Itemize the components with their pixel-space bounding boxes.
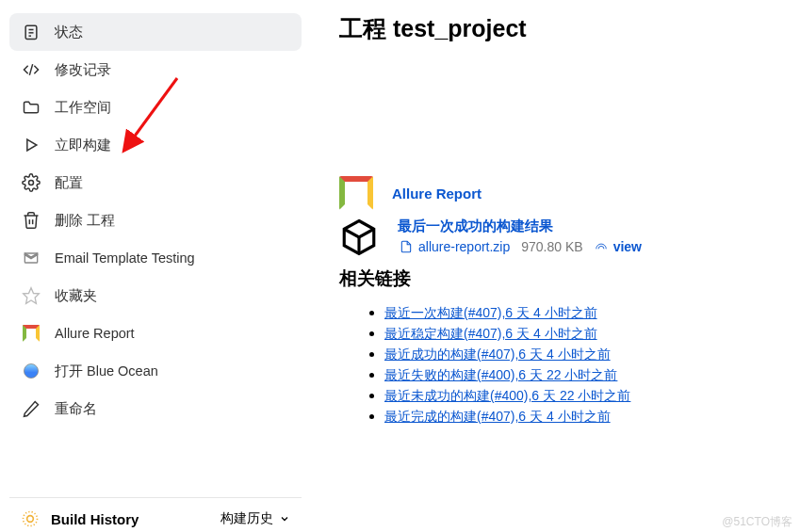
- view-link[interactable]: view: [595, 239, 642, 254]
- play-icon: [21, 135, 41, 155]
- build-history-toggle[interactable]: 构建历史: [220, 510, 290, 527]
- last-successful-build-link[interactable]: 最后一次成功的构建结果: [398, 218, 642, 235]
- nav-changes[interactable]: 修改记录: [9, 51, 302, 89]
- sidebar: 状态 修改记录 工作空间 立即构建 配置 删除 工程 Email Templat…: [0, 0, 311, 532]
- star-icon: [21, 285, 41, 306]
- nav-delete[interactable]: 删除 工程: [9, 202, 302, 239]
- cube-icon: [339, 218, 379, 257]
- blue-ocean-icon: [21, 361, 41, 381]
- link-failed-build[interactable]: 最近失败的构建(#400),6 天 22 小时之前: [384, 367, 617, 382]
- svg-point-6: [29, 181, 34, 185]
- page-title: 工程 test_project: [339, 13, 781, 44]
- nav-label: 立即构建: [55, 137, 111, 154]
- nav-label: 重命名: [55, 400, 97, 418]
- sun-icon: [21, 509, 40, 528]
- artifact-block: 最后一次成功的构建结果 allure-report.zip 970.80 KB …: [339, 218, 781, 257]
- nav-workspace[interactable]: 工作空间: [9, 89, 302, 126]
- nav-rename[interactable]: 重命名: [9, 390, 302, 427]
- related-links-list: 最近一次构建(#407),6 天 4 小时之前 最近稳定构建(#407),6 天…: [339, 304, 781, 426]
- nav-label: 工作空间: [55, 99, 111, 117]
- build-history-label: Build History: [51, 511, 209, 527]
- link-completed-build[interactable]: 最近完成的构建(#407),6 天 4 小时之前: [384, 409, 611, 424]
- nav-label: Email Template Testing: [55, 250, 195, 266]
- clipboard-icon: [21, 22, 41, 42]
- folder-icon: [21, 97, 41, 118]
- fingerprint-icon: [595, 240, 608, 253]
- related-links-heading: 相关链接: [339, 266, 781, 291]
- svg-point-11: [24, 512, 38, 526]
- nav-configure[interactable]: 配置: [9, 164, 302, 202]
- nav-label: 修改记录: [55, 61, 111, 79]
- nav-favorites[interactable]: 收藏夹: [9, 277, 302, 314]
- gear-icon: [21, 172, 41, 193]
- link-recent-build[interactable]: 最近一次构建(#407),6 天 4 小时之前: [384, 305, 597, 320]
- main-content: 工程 test_project Allure Report 最后一次成功的构建结…: [311, 0, 800, 532]
- link-unsuccessful-build[interactable]: 最近未成功的构建(#400),6 天 22 小时之前: [384, 388, 630, 403]
- nav-label: 打开 Blue Ocean: [55, 363, 158, 380]
- chevron-down-icon: [279, 513, 290, 524]
- svg-point-9: [24, 364, 39, 379]
- nav-allure[interactable]: Allure Report: [9, 314, 302, 352]
- watermark: @51CTO博客: [722, 514, 792, 530]
- file-icon: [400, 240, 413, 253]
- svg-point-10: [27, 516, 34, 523]
- nav-label: Allure Report: [55, 326, 135, 341]
- nav-label: 状态: [55, 24, 83, 41]
- mail-icon: [21, 248, 41, 268]
- svg-line-4: [29, 64, 32, 75]
- nav-build-now[interactable]: 立即构建: [9, 126, 302, 164]
- nav-label: 配置: [55, 174, 83, 192]
- pencil-icon: [21, 398, 41, 419]
- svg-marker-5: [27, 139, 37, 151]
- nav-email-template[interactable]: Email Template Testing: [9, 239, 302, 277]
- link-successful-build[interactable]: 最近成功的构建(#407),6 天 4 小时之前: [384, 347, 611, 362]
- svg-marker-8: [24, 288, 40, 304]
- code-icon: [21, 59, 41, 80]
- nav-label: 收藏夹: [55, 287, 97, 305]
- artifact-file-link[interactable]: allure-report.zip: [400, 239, 510, 254]
- allure-icon: [339, 176, 373, 210]
- artifact-size: 970.80 KB: [521, 239, 582, 254]
- link-stable-build[interactable]: 最近稳定构建(#407),6 天 4 小时之前: [384, 326, 597, 341]
- nav-label: 删除 工程: [55, 212, 115, 230]
- trash-icon: [21, 210, 41, 231]
- allure-report-link[interactable]: Allure Report: [392, 185, 482, 202]
- build-history-header[interactable]: Build History 构建历史: [9, 497, 302, 532]
- allure-report-block: Allure Report: [339, 176, 781, 210]
- allure-icon: [21, 323, 41, 344]
- nav-status[interactable]: 状态: [9, 13, 302, 51]
- nav-blue-ocean[interactable]: 打开 Blue Ocean: [9, 352, 302, 390]
